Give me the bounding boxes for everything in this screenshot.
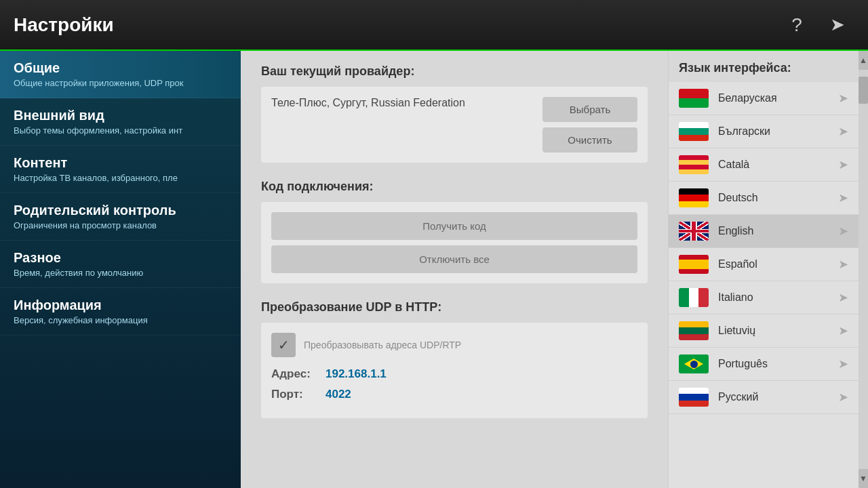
connection-code-box: Получить код Отключить все bbox=[261, 202, 648, 283]
main-layout: Общие Общие настройки приложения, UDP пр… bbox=[0, 51, 868, 488]
left-panel: Ваш текущий провайдер: Теле-Плюс, Сургут… bbox=[241, 51, 668, 488]
lang-name-it: Italiano bbox=[718, 291, 829, 304]
lang-name-bg: Български bbox=[718, 125, 829, 138]
udp-checkbox[interactable]: ✓ bbox=[271, 333, 296, 357]
sidebar-item-subtitle-appearance: Выбор темы оформления, настройка инт bbox=[14, 125, 227, 136]
lang-arrow-lt: ➤ bbox=[838, 323, 848, 338]
language-item-pt[interactable]: Português ➤ bbox=[669, 348, 859, 381]
sidebar-item-title-general: Общие bbox=[14, 60, 227, 76]
udp-section: Преобразование UDP в HTTP: ✓ Преобразовы… bbox=[261, 300, 648, 418]
sidebar-item-subtitle-parental: Ограничения на просмотр каналов bbox=[14, 220, 227, 230]
sidebar-item-misc[interactable]: Разное Время, действия по умолчанию bbox=[0, 241, 241, 288]
help-button[interactable]: ? bbox=[780, 8, 814, 42]
provider-section: Ваш текущий провайдер: Теле-Плюс, Сургут… bbox=[261, 64, 648, 163]
lang-name-pt: Português bbox=[718, 358, 829, 370]
lang-name-lt: Lietuvių bbox=[718, 325, 829, 337]
sidebar-item-title-info: Информация bbox=[14, 298, 227, 313]
language-list: Беларуская ➤ Български ➤ Català ➤ Deutsc… bbox=[669, 82, 859, 488]
provider-name: Теле-Плюс, Сургут, Russian Federation bbox=[271, 97, 536, 152]
lang-arrow-by: ➤ bbox=[838, 91, 848, 106]
header-icons: ? ➤ bbox=[780, 8, 854, 42]
lang-name-es: Español bbox=[718, 258, 829, 270]
sidebar-item-parental[interactable]: Родительский контроль Ограничения на про… bbox=[0, 193, 241, 241]
language-item-en[interactable]: English ➤ bbox=[669, 215, 859, 248]
udp-box: ✓ Преобразовывать адреса UDP/RTP Адрес: … bbox=[261, 323, 648, 418]
address-label: Адрес: bbox=[271, 367, 326, 381]
udp-title: Преобразование UDP в HTTP: bbox=[261, 300, 648, 314]
provider-buttons: Выбрать Очистить bbox=[542, 97, 637, 152]
sidebar-item-title-parental: Родительский контроль bbox=[14, 203, 227, 218]
sidebar-item-info[interactable]: Информация Версия, служебная информация bbox=[0, 288, 241, 336]
language-item-ru[interactable]: Русский ➤ bbox=[669, 381, 859, 414]
content-area: Ваш текущий провайдер: Теле-Плюс, Сургут… bbox=[241, 51, 868, 488]
language-item-it[interactable]: Italiano ➤ bbox=[669, 281, 859, 314]
lang-arrow-it: ➤ bbox=[838, 290, 848, 305]
header: Настройки ? ➤ bbox=[0, 0, 868, 51]
sidebar-item-subtitle-general: Общие настройки приложения, UDP прок bbox=[14, 78, 227, 88]
provider-box: Теле-Плюс, Сургут, Russian Federation Вы… bbox=[261, 87, 648, 163]
address-row: Адрес: 192.168.1.1 bbox=[271, 367, 637, 381]
sidebar-item-title-content: Контент bbox=[14, 155, 227, 171]
sidebar: Общие Общие настройки приложения, UDP пр… bbox=[0, 51, 241, 488]
provider-title: Ваш текущий провайдер: bbox=[261, 64, 648, 79]
language-item-es[interactable]: Español ➤ bbox=[669, 248, 859, 281]
lang-arrow-en: ➤ bbox=[838, 224, 848, 239]
scroll-track bbox=[859, 70, 868, 469]
lang-arrow-bg: ➤ bbox=[838, 124, 848, 139]
port-label: Порт: bbox=[271, 388, 326, 401]
connection-code-section: Код подключения: Получить код Отключить … bbox=[261, 180, 648, 283]
connection-code-title: Код подключения: bbox=[261, 180, 648, 194]
sidebar-item-appearance[interactable]: Внешний вид Выбор темы оформления, настр… bbox=[0, 98, 241, 146]
scroll-down-button[interactable]: ▼ bbox=[859, 469, 868, 488]
scroll-thumb bbox=[859, 77, 868, 104]
lang-name-de: Deutsch bbox=[718, 192, 829, 204]
sidebar-item-title-appearance: Внешний вид bbox=[14, 108, 227, 123]
sidebar-item-subtitle-info: Версия, служебная информация bbox=[14, 315, 227, 325]
lang-arrow-pt: ➤ bbox=[838, 357, 848, 371]
sidebar-item-general[interactable]: Общие Общие настройки приложения, UDP пр… bbox=[0, 51, 241, 98]
language-item-lt[interactable]: Lietuvių ➤ bbox=[669, 314, 859, 348]
scrollbar: ▲ ▼ bbox=[859, 51, 868, 488]
udp-description: Преобразовывать адреса UDP/RTP bbox=[304, 340, 461, 350]
address-value: 192.168.1.1 bbox=[326, 367, 387, 381]
lang-arrow-ru: ➤ bbox=[838, 390, 848, 405]
language-item-bg[interactable]: Български ➤ bbox=[669, 115, 859, 148]
port-value: 4022 bbox=[326, 388, 351, 401]
sidebar-item-subtitle-content: Настройка ТВ каналов, избранного, пле bbox=[14, 173, 227, 183]
page-title: Настройки bbox=[14, 14, 114, 36]
lang-name-ru: Русский bbox=[718, 391, 829, 403]
lang-name-en: English bbox=[718, 225, 829, 237]
language-item-ca[interactable]: Català ➤ bbox=[669, 148, 859, 182]
lang-name-by: Беларуская bbox=[718, 92, 829, 104]
udp-title-row: ✓ Преобразовывать адреса UDP/RTP bbox=[271, 333, 637, 357]
language-panel: Язык интерфейса: Беларуская ➤ Български … bbox=[668, 51, 868, 488]
share-button[interactable]: ➤ bbox=[821, 8, 854, 42]
clear-provider-button[interactable]: Очистить bbox=[542, 127, 637, 152]
sidebar-item-content[interactable]: Контент Настройка ТВ каналов, избранного… bbox=[0, 146, 241, 193]
select-provider-button[interactable]: Выбрать bbox=[542, 97, 637, 122]
sidebar-item-subtitle-misc: Время, действия по умолчанию bbox=[14, 268, 227, 278]
language-item-by[interactable]: Беларуская ➤ bbox=[669, 82, 859, 115]
disable-all-button[interactable]: Отключить все bbox=[271, 245, 637, 273]
language-header: Язык интерфейса: bbox=[669, 51, 859, 82]
lang-arrow-de: ➤ bbox=[838, 190, 848, 205]
lang-name-ca: Català bbox=[718, 159, 829, 171]
language-item-de[interactable]: Deutsch ➤ bbox=[669, 182, 859, 215]
lang-arrow-ca: ➤ bbox=[838, 157, 848, 172]
port-row: Порт: 4022 bbox=[271, 388, 637, 401]
lang-arrow-es: ➤ bbox=[838, 257, 848, 272]
sidebar-item-title-misc: Разное bbox=[14, 250, 227, 266]
get-code-button[interactable]: Получить код bbox=[271, 212, 637, 240]
scroll-up-button[interactable]: ▲ bbox=[859, 51, 868, 70]
